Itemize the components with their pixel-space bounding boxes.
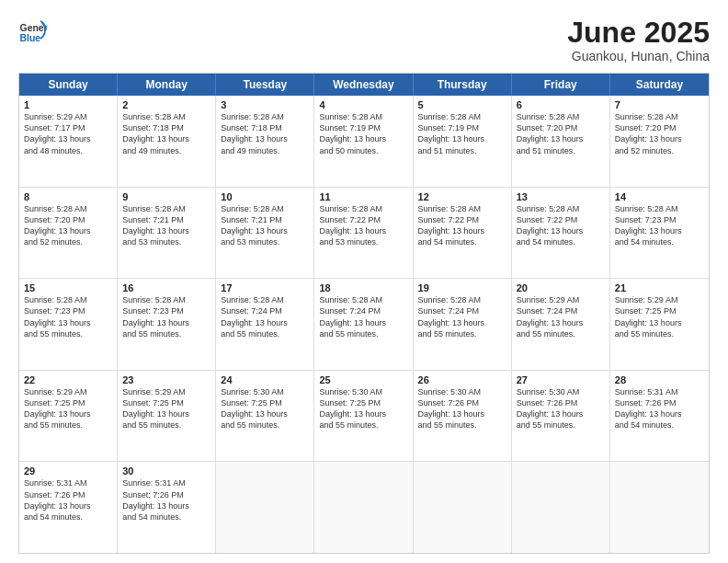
cell-empty-1 — [216, 462, 314, 553]
cell-28: 28 Sunrise: 5:31 AM Sunset: 7:26 PM Dayl… — [610, 371, 709, 462]
svg-text:Blue: Blue — [20, 33, 41, 43]
cell-11: 11 Sunrise: 5:28 AM Sunset: 7:22 PM Dayl… — [314, 188, 413, 279]
cell-empty-4 — [512, 462, 610, 553]
cell-2: 2 Sunrise: 5:28 AM Sunset: 7:18 PM Dayli… — [118, 96, 216, 187]
week-row-5: 29 Sunrise: 5:31 AM Sunset: 7:26 PM Dayl… — [19, 461, 709, 553]
week-row-3: 15 Sunrise: 5:28 AM Sunset: 7:23 PM Dayl… — [19, 278, 709, 370]
cell-23: 23 Sunrise: 5:29 AM Sunset: 7:25 PM Dayl… — [118, 371, 216, 462]
location: Guankou, Hunan, China — [567, 49, 710, 63]
cell-8: 8 Sunrise: 5:28 AM Sunset: 7:20 PM Dayli… — [19, 188, 118, 279]
month-title: June 2025 — [567, 17, 710, 49]
header-monday: Monday — [118, 74, 216, 96]
cell-27: 27 Sunrise: 5:30 AM Sunset: 7:26 PM Dayl… — [512, 371, 610, 462]
cell-30: 30 Sunrise: 5:31 AM Sunset: 7:26 PM Dayl… — [118, 462, 216, 553]
cell-4: 4 Sunrise: 5:28 AM Sunset: 7:19 PM Dayli… — [314, 96, 413, 187]
calendar: Sunday Monday Tuesday Wednesday Thursday… — [18, 73, 710, 554]
cell-empty-3 — [414, 462, 512, 553]
cell-24: 24 Sunrise: 5:30 AM Sunset: 7:25 PM Dayl… — [216, 371, 314, 462]
cell-empty-2 — [314, 462, 413, 553]
cell-10: 10 Sunrise: 5:28 AM Sunset: 7:21 PM Dayl… — [216, 188, 314, 279]
week-row-4: 22 Sunrise: 5:29 AM Sunset: 7:25 PM Dayl… — [19, 370, 709, 462]
cell-25: 25 Sunrise: 5:30 AM Sunset: 7:25 PM Dayl… — [314, 371, 413, 462]
cell-17: 17 Sunrise: 5:28 AM Sunset: 7:24 PM Dayl… — [216, 279, 314, 370]
header-friday: Friday — [512, 74, 610, 96]
header: General Blue June 2025 Guankou, Hunan, C… — [18, 17, 710, 63]
cell-26: 26 Sunrise: 5:30 AM Sunset: 7:26 PM Dayl… — [414, 371, 512, 462]
week-row-2: 8 Sunrise: 5:28 AM Sunset: 7:20 PM Dayli… — [19, 187, 709, 279]
cell-13: 13 Sunrise: 5:28 AM Sunset: 7:22 PM Dayl… — [512, 188, 610, 279]
calendar-header: Sunday Monday Tuesday Wednesday Thursday… — [19, 74, 709, 96]
cell-5: 5 Sunrise: 5:28 AM Sunset: 7:19 PM Dayli… — [414, 96, 512, 187]
header-wednesday: Wednesday — [314, 74, 413, 96]
cell-1: 1 Sunrise: 5:29 AM Sunset: 7:17 PM Dayli… — [19, 96, 118, 187]
title-block: June 2025 Guankou, Hunan, China — [567, 17, 710, 63]
cell-3: 3 Sunrise: 5:28 AM Sunset: 7:18 PM Dayli… — [216, 96, 314, 187]
cell-19: 19 Sunrise: 5:28 AM Sunset: 7:24 PM Dayl… — [414, 279, 512, 370]
cell-21: 21 Sunrise: 5:29 AM Sunset: 7:25 PM Dayl… — [610, 279, 709, 370]
cell-7: 7 Sunrise: 5:28 AM Sunset: 7:20 PM Dayli… — [610, 96, 709, 187]
header-thursday: Thursday — [414, 74, 512, 96]
cell-18: 18 Sunrise: 5:28 AM Sunset: 7:24 PM Dayl… — [314, 279, 413, 370]
cell-12: 12 Sunrise: 5:28 AM Sunset: 7:22 PM Dayl… — [414, 188, 512, 279]
cell-29: 29 Sunrise: 5:31 AM Sunset: 7:26 PM Dayl… — [19, 462, 118, 553]
cell-6: 6 Sunrise: 5:28 AM Sunset: 7:20 PM Dayli… — [512, 96, 610, 187]
cell-20: 20 Sunrise: 5:29 AM Sunset: 7:24 PM Dayl… — [512, 279, 610, 370]
cell-22: 22 Sunrise: 5:29 AM Sunset: 7:25 PM Dayl… — [19, 371, 118, 462]
week-row-1: 1 Sunrise: 5:29 AM Sunset: 7:17 PM Dayli… — [19, 96, 709, 187]
cell-16: 16 Sunrise: 5:28 AM Sunset: 7:23 PM Dayl… — [118, 279, 216, 370]
cell-14: 14 Sunrise: 5:28 AM Sunset: 7:23 PM Dayl… — [610, 188, 709, 279]
header-sunday: Sunday — [19, 74, 118, 96]
header-saturday: Saturday — [610, 74, 709, 96]
calendar-body: 1 Sunrise: 5:29 AM Sunset: 7:17 PM Dayli… — [19, 96, 709, 553]
header-tuesday: Tuesday — [216, 74, 314, 96]
cell-15: 15 Sunrise: 5:28 AM Sunset: 7:23 PM Dayl… — [19, 279, 118, 370]
logo-icon: General Blue — [18, 17, 48, 46]
cell-9: 9 Sunrise: 5:28 AM Sunset: 7:21 PM Dayli… — [118, 188, 216, 279]
logo: General Blue — [18, 17, 48, 46]
cell-empty-5 — [610, 462, 709, 553]
page: General Blue June 2025 Guankou, Hunan, C… — [0, 0, 728, 563]
